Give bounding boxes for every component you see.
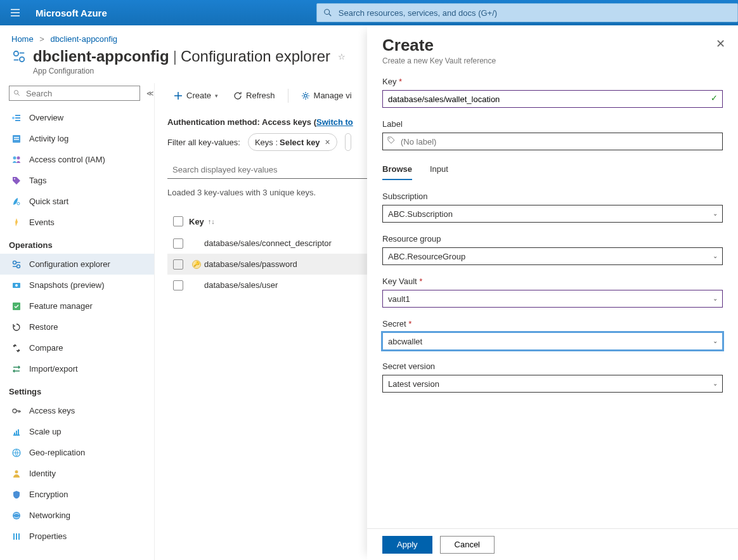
svg-rect-32: [18, 533, 20, 540]
panel-title: Create: [382, 36, 723, 55]
app-config-icon: [11, 49, 27, 64]
sort-icon: ↑↓: [208, 218, 215, 225]
svg-point-28: [15, 470, 18, 473]
create-button[interactable]: Create ▾: [167, 86, 224, 106]
tab-input[interactable]: Input: [430, 164, 448, 180]
sidebar-item-access-keys[interactable]: Access keys: [9, 400, 154, 421]
accesskeys-icon: [11, 406, 22, 416]
sidebar-item-label: Restore: [29, 322, 58, 332]
toolbar-separator: [288, 89, 288, 103]
sidebar: ≪ OverviewActivity logAccess control (IA…: [0, 83, 155, 560]
sidebar-item-quick-start[interactable]: Quick start: [9, 191, 154, 212]
sidebar-item-restore[interactable]: Restore: [9, 316, 154, 337]
svg-rect-5: [14, 60, 18, 61]
kv-search-input[interactable]: [167, 161, 367, 179]
keyvault-select[interactable]: vault1 ⌄: [382, 290, 723, 308]
svg-rect-11: [15, 120, 20, 121]
sidebar-item-compare[interactable]: Compare: [9, 337, 154, 358]
sidebar-item-label: Events: [29, 218, 55, 227]
sidebar-item-snapshots-preview-[interactable]: Snapshots (preview): [9, 275, 154, 296]
svg-rect-4: [20, 53, 24, 54]
refresh-button[interactable]: Refresh: [227, 86, 282, 106]
sidebar-item-label: Encryption: [29, 490, 68, 499]
secret-select[interactable]: abcwallet ⌄: [382, 332, 723, 350]
chevron-down-icon: ▾: [215, 93, 218, 99]
row-checkbox[interactable]: [173, 238, 183, 249]
main: Create ▾ Refresh Manage vi Authenticatio…: [155, 83, 367, 560]
sidebar-item-identity[interactable]: Identity: [9, 463, 154, 484]
svg-point-24: [15, 284, 18, 287]
sidebar-search-input[interactable]: [25, 88, 136, 99]
sidebar-item-overview[interactable]: Overview: [9, 107, 154, 128]
sidebar-item-label: Access keys: [29, 406, 75, 415]
sidebar-item-events[interactable]: Events: [9, 212, 154, 233]
global-search[interactable]: [316, 3, 738, 22]
chevron-down-icon: ⌄: [713, 252, 718, 259]
close-icon[interactable]: ×: [325, 137, 330, 147]
table-row[interactable]: database/sales/user: [167, 275, 367, 296]
toolbar: Create ▾ Refresh Manage vi: [167, 83, 367, 108]
svg-point-0: [325, 10, 330, 15]
key-input[interactable]: [382, 90, 723, 108]
sidebar-search[interactable]: [9, 86, 140, 101]
auth-switch-link[interactable]: Switch to: [316, 117, 353, 127]
select-all-checkbox[interactable]: [173, 216, 183, 226]
tab-browse[interactable]: Browse: [382, 164, 412, 180]
label-input[interactable]: [382, 133, 723, 150]
table-row[interactable]: database/sales/connect_descriptor: [167, 233, 367, 254]
left-column: Home > dbclient-appconfig dbclient-appco…: [0, 25, 367, 560]
sidebar-item-scale-up[interactable]: Scale up: [9, 421, 154, 442]
page-title: dbclient-appconfig|Configuration explore…: [33, 48, 330, 65]
row-checkbox[interactable]: [173, 280, 183, 290]
filter-pill-more[interactable]: [345, 133, 351, 151]
kv-search[interactable]: [167, 161, 367, 179]
global-search-input[interactable]: [337, 8, 731, 18]
kv-table: Key ↑↓ database/sales/connect_descriptor…: [167, 210, 367, 296]
sidebar-item-label: Identity: [29, 469, 56, 478]
sidebar-item-feature-manager[interactable]: Feature manager: [9, 296, 154, 316]
sidebar-item-geo-replication[interactable]: Geo-replication: [9, 442, 154, 463]
auth-prefix: Authentication method: Access keys (: [167, 117, 316, 127]
sidebar-item-import-export[interactable]: Import/export: [9, 358, 154, 379]
filter-pill-keys[interactable]: Keys : Select key ×: [248, 133, 337, 151]
cancel-button[interactable]: Cancel: [440, 536, 495, 554]
collapse-sidebar-icon[interactable]: ≪: [146, 89, 154, 98]
subscription-value: ABC.Subscription: [388, 209, 453, 219]
keyvault-value: vault1: [388, 294, 410, 304]
apply-button[interactable]: Apply: [382, 536, 432, 554]
svg-point-26: [13, 409, 16, 413]
col-key[interactable]: Key ↑↓: [189, 217, 367, 226]
subscription-select[interactable]: ABC.Subscription ⌄: [382, 205, 723, 223]
global-search-wrap: [316, 3, 738, 22]
rg-select[interactable]: ABC.ResourceGroup ⌄: [382, 247, 723, 265]
close-panel-icon[interactable]: ✕: [716, 37, 725, 51]
manage-view-button[interactable]: Manage vi: [295, 86, 358, 106]
sidebar-item-label: Quick start: [29, 197, 68, 206]
version-select[interactable]: Latest version ⌄: [382, 375, 723, 393]
row-key: database/sales/password: [204, 259, 367, 269]
sidebar-item-networking[interactable]: Networking: [9, 505, 154, 526]
sidebar-item-label: Import/export: [29, 364, 78, 374]
sidebar-item-access-control-iam-[interactable]: Access control (IAM): [9, 149, 154, 170]
breadcrumb-current[interactable]: dbclient-appconfig: [51, 34, 118, 44]
panel-tabs: Browse Input: [382, 164, 723, 180]
sidebar-item-tags[interactable]: Tags: [9, 170, 154, 191]
page-subtitle: App Configuration: [0, 67, 367, 83]
import-icon: [11, 364, 22, 374]
sidebar-item-configuration-explorer[interactable]: Configuration explorer: [0, 254, 154, 275]
label-label: Label: [382, 119, 723, 129]
row-checkbox[interactable]: [173, 259, 183, 270]
rg-label: Resource group: [382, 234, 723, 244]
auth-method-line: Authentication method: Access keys (Swit…: [167, 117, 367, 127]
gear-icon: [301, 91, 310, 100]
favorite-star-icon[interactable]: ☆: [338, 52, 346, 62]
split: ≪ OverviewActivity logAccess control (IA…: [0, 83, 367, 560]
sidebar-item-properties[interactable]: Properties: [9, 526, 154, 547]
table-row[interactable]: 🔑database/sales/password: [167, 254, 367, 275]
breadcrumb-home[interactable]: Home: [11, 34, 34, 44]
sidebar-item-activity-log[interactable]: Activity log: [9, 128, 154, 149]
sidebar-item-label: Configuration explorer: [29, 259, 110, 269]
svg-point-15: [13, 156, 16, 159]
sidebar-item-encryption[interactable]: Encryption: [9, 484, 154, 505]
hamburger-menu[interactable]: [0, 0, 30, 25]
